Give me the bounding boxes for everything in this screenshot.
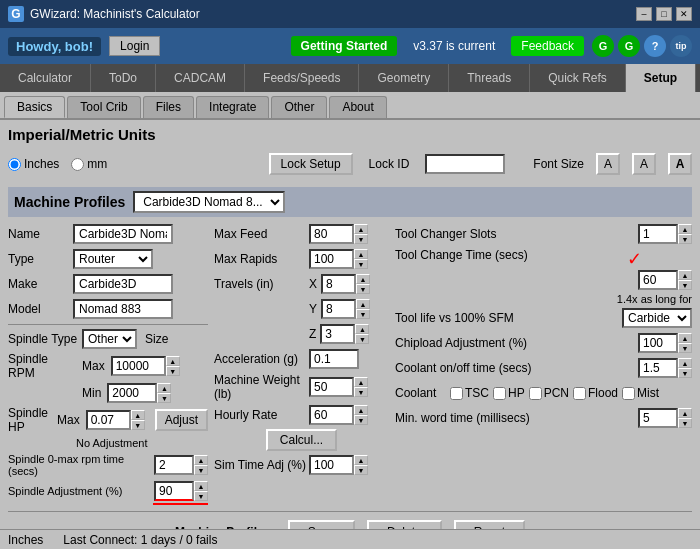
gwizard-icon2[interactable]: G	[618, 35, 640, 57]
coolant-onoff-down[interactable]: ▼	[678, 368, 692, 378]
subtab-integrate[interactable]: Integrate	[196, 96, 269, 118]
spindle-time-up[interactable]: ▲	[194, 455, 208, 465]
lock-setup-button[interactable]: Lock Setup	[269, 153, 353, 175]
subtab-about[interactable]: About	[329, 96, 386, 118]
change-time-down[interactable]: ▼	[678, 280, 692, 290]
getting-started-button[interactable]: Getting Started	[291, 36, 398, 56]
tab-todo[interactable]: ToDo	[91, 64, 156, 92]
tab-cadcam[interactable]: CADCAM	[156, 64, 245, 92]
spindle-adj-input[interactable]	[154, 481, 194, 501]
coolant-flood-checkbox[interactable]	[573, 387, 586, 400]
weight-input[interactable]	[309, 377, 354, 397]
coolant-pcn-checkbox[interactable]	[529, 387, 542, 400]
hourly-rate-up[interactable]: ▲	[354, 405, 368, 415]
tool-change-time-input[interactable]	[638, 270, 678, 290]
font-medium-button[interactable]: A	[632, 153, 656, 175]
coolant-hp-checkbox[interactable]	[493, 387, 506, 400]
tool-changer-slots-input[interactable]	[638, 224, 678, 244]
min-word-time-up[interactable]: ▲	[678, 408, 692, 418]
chipload-adj-input[interactable]	[638, 333, 678, 353]
max-rapids-up[interactable]: ▲	[354, 249, 368, 259]
weight-down[interactable]: ▼	[354, 387, 368, 397]
max-feed-up[interactable]: ▲	[354, 224, 368, 234]
sim-time-up[interactable]: ▲	[354, 455, 368, 465]
min-word-time-down[interactable]: ▼	[678, 418, 692, 428]
tab-threads[interactable]: Threads	[449, 64, 530, 92]
adjust-button[interactable]: Adjust	[155, 409, 208, 431]
change-time-up[interactable]: ▲	[678, 270, 692, 280]
max-rapids-down[interactable]: ▼	[354, 259, 368, 269]
rpm-min-input[interactable]	[107, 383, 157, 403]
hp-max-input[interactable]	[86, 410, 131, 430]
travel-z-down[interactable]: ▼	[355, 334, 369, 344]
travel-z-up[interactable]: ▲	[355, 324, 369, 334]
mm-radio-label[interactable]: mm	[71, 157, 107, 171]
login-button[interactable]: Login	[109, 36, 160, 56]
spindle-adj-up[interactable]: ▲	[194, 481, 208, 491]
chipload-down[interactable]: ▼	[678, 343, 692, 353]
lock-id-input[interactable]	[425, 154, 505, 174]
coolant-mist-checkbox[interactable]	[622, 387, 635, 400]
travel-y-down[interactable]: ▼	[356, 309, 370, 319]
font-small-button[interactable]: A	[596, 153, 620, 175]
mm-radio[interactable]	[71, 158, 84, 171]
min-word-time-input[interactable]	[638, 408, 678, 428]
weight-up[interactable]: ▲	[354, 377, 368, 387]
max-feed-input[interactable]	[309, 224, 354, 244]
tip-icon[interactable]: tip	[670, 35, 692, 57]
coolant-pcn-label[interactable]: PCN	[529, 386, 569, 400]
calcul-button[interactable]: Calcul...	[266, 429, 337, 451]
tab-setup[interactable]: Setup	[626, 64, 696, 92]
slots-up[interactable]: ▲	[678, 224, 692, 234]
hourly-rate-input[interactable]	[309, 405, 354, 425]
type-select[interactable]: Router	[73, 249, 153, 269]
coolant-hp-label[interactable]: HP	[493, 386, 525, 400]
feedback-button[interactable]: Feedback	[511, 36, 584, 56]
rpm-max-input[interactable]	[111, 356, 166, 376]
hourly-rate-down[interactable]: ▼	[354, 415, 368, 425]
font-large-button[interactable]: A	[668, 153, 692, 175]
spindle-type-select[interactable]: Other	[82, 329, 137, 349]
max-rapids-input[interactable]	[309, 249, 354, 269]
rpm-max-down[interactable]: ▼	[166, 366, 180, 376]
subtab-files[interactable]: Files	[143, 96, 194, 118]
help-icon[interactable]: ?	[644, 35, 666, 57]
sim-time-input[interactable]	[309, 455, 354, 475]
coolant-tsc-label[interactable]: TSC	[450, 386, 489, 400]
spindle-time-input[interactable]	[154, 455, 194, 475]
name-input[interactable]	[73, 224, 173, 244]
spindle-time-down[interactable]: ▼	[194, 465, 208, 475]
tab-geometry[interactable]: Geometry	[359, 64, 449, 92]
gwizard-icon[interactable]: G	[592, 35, 614, 57]
rpm-min-down[interactable]: ▼	[157, 393, 171, 403]
subtab-tool-crib[interactable]: Tool Crib	[67, 96, 140, 118]
travel-x-input[interactable]	[321, 274, 356, 294]
travel-x-up[interactable]: ▲	[356, 274, 370, 284]
travel-y-input[interactable]	[321, 299, 356, 319]
accel-input[interactable]	[309, 349, 359, 369]
maximize-button[interactable]: □	[656, 7, 672, 21]
chipload-up[interactable]: ▲	[678, 333, 692, 343]
model-input[interactable]	[73, 299, 173, 319]
travel-x-down[interactable]: ▼	[356, 284, 370, 294]
tab-quick-refs[interactable]: Quick Refs	[530, 64, 626, 92]
coolant-tsc-checkbox[interactable]	[450, 387, 463, 400]
close-button[interactable]: ✕	[676, 7, 692, 21]
rpm-min-up[interactable]: ▲	[157, 383, 171, 393]
travel-z-input[interactable]	[320, 324, 355, 344]
sim-time-down[interactable]: ▼	[354, 465, 368, 475]
make-input[interactable]	[73, 274, 173, 294]
tab-feeds-speeds[interactable]: Feeds/Speeds	[245, 64, 359, 92]
coolant-onoff-up[interactable]: ▲	[678, 358, 692, 368]
window-controls[interactable]: – □ ✕	[636, 7, 692, 21]
rpm-max-up[interactable]: ▲	[166, 356, 180, 366]
subtab-other[interactable]: Other	[271, 96, 327, 118]
slots-down[interactable]: ▼	[678, 234, 692, 244]
tool-life-select[interactable]: Carbide	[622, 308, 692, 328]
tab-calculator[interactable]: Calculator	[0, 64, 91, 92]
inches-radio-label[interactable]: Inches	[8, 157, 59, 171]
hp-max-down[interactable]: ▼	[131, 420, 145, 430]
spindle-adj-down[interactable]: ▼	[194, 491, 208, 501]
max-feed-down[interactable]: ▼	[354, 234, 368, 244]
coolant-flood-label[interactable]: Flood	[573, 386, 618, 400]
